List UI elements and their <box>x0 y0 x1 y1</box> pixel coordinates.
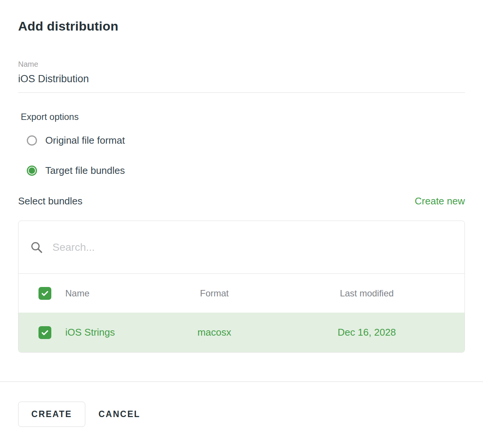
select-bundles-label: Select bundles <box>18 195 83 207</box>
bundles-panel: Name Format Last modified iOS Strings ma… <box>18 221 465 353</box>
checkmark-icon <box>40 289 49 298</box>
select-all-checkbox[interactable] <box>38 287 51 300</box>
bundle-format: macosx <box>160 327 269 338</box>
search-row <box>18 221 465 273</box>
create-new-link[interactable]: Create new <box>415 195 465 207</box>
radio-target-file-bundles[interactable]: Target file bundles <box>18 161 465 180</box>
search-input[interactable] <box>52 241 453 254</box>
bundle-row[interactable]: iOS Strings macosx Dec 16, 2028 <box>18 313 465 352</box>
bundle-last-modified: Dec 16, 2028 <box>269 327 465 338</box>
checkmark-icon <box>40 328 49 337</box>
name-field-underline <box>18 73 465 93</box>
search-icon <box>30 241 43 254</box>
name-field-label: Name <box>18 60 465 69</box>
table-header-row: Name Format Last modified <box>18 273 465 313</box>
radio-selected-icon <box>27 166 37 176</box>
radio-original-file-format[interactable]: Original file format <box>18 130 465 150</box>
header-format: Format <box>160 288 269 299</box>
radio-unselected-icon <box>27 135 37 146</box>
name-field: Name <box>18 60 465 93</box>
page-title: Add distribution <box>18 0 465 34</box>
header-last-modified: Last modified <box>269 288 465 299</box>
add-distribution-dialog: Add distribution Name Export options Ori… <box>0 0 483 353</box>
row-checkbox[interactable] <box>38 326 51 339</box>
export-options-label: Export options <box>18 112 465 122</box>
cancel-button[interactable]: CANCEL <box>98 402 141 427</box>
name-input[interactable] <box>18 73 465 85</box>
radio-original-label: Original file format <box>45 135 125 146</box>
footer-divider <box>0 381 483 382</box>
radio-target-label: Target file bundles <box>45 165 125 176</box>
create-button[interactable]: CREATE <box>18 402 85 427</box>
dialog-actions: CREATE CANCEL <box>18 402 465 427</box>
header-name: Name <box>65 288 160 299</box>
bundle-name: iOS Strings <box>65 327 160 338</box>
bundles-header: Select bundles Create new <box>18 195 465 207</box>
